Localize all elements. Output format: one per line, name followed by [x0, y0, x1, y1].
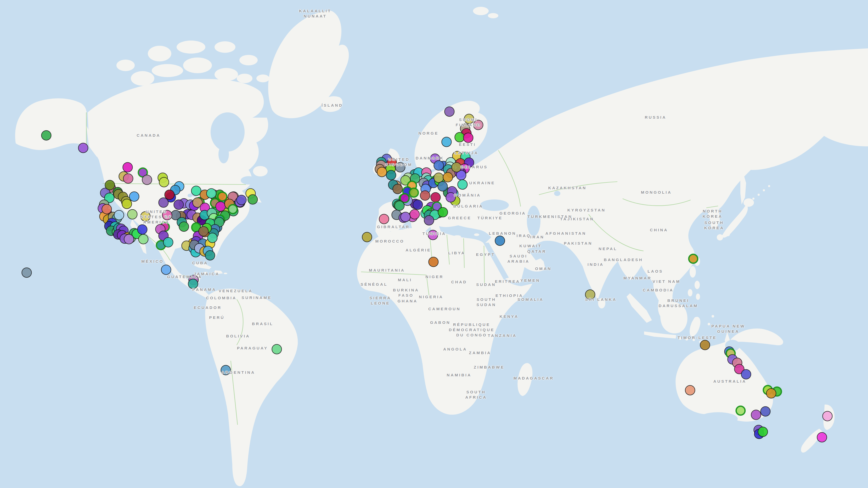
map-marker[interactable]	[817, 432, 827, 442]
map-marker[interactable]	[688, 254, 698, 264]
country-label: KALAALLIT NUNAAT	[299, 8, 332, 19]
map-marker[interactable]	[78, 143, 88, 153]
map-marker[interactable]	[424, 215, 434, 225]
country-label: ZAMBIA	[469, 350, 491, 356]
map-marker[interactable]	[272, 344, 282, 354]
map-marker[interactable]	[127, 209, 137, 219]
map-marker[interactable]	[400, 212, 410, 222]
map-marker[interactable]	[114, 210, 124, 220]
country-label: ECUADOR	[194, 305, 222, 310]
map-marker[interactable]	[495, 235, 505, 246]
map-marker[interactable]	[735, 405, 746, 416]
map-marker[interactable]	[585, 289, 595, 299]
map-marker[interactable]	[377, 167, 387, 177]
map-marker[interactable]	[22, 267, 32, 278]
map-marker[interactable]	[685, 385, 695, 395]
map-marker[interactable]	[142, 174, 152, 185]
map-marker[interactable]	[161, 264, 171, 275]
map-marker[interactable]	[122, 199, 132, 209]
country-label: LIBYA	[448, 251, 465, 256]
map-marker[interactable]	[140, 211, 150, 221]
map-marker[interactable]	[105, 180, 115, 190]
country-label: VIET NAM	[653, 279, 681, 284]
map-marker[interactable]	[443, 172, 453, 182]
map-marker[interactable]	[393, 184, 403, 194]
map-marker[interactable]	[205, 250, 215, 260]
map-marker[interactable]	[430, 192, 440, 202]
map-marker[interactable]	[445, 192, 456, 202]
map-marker[interactable]	[188, 279, 198, 289]
country-label: LEBANON	[489, 231, 516, 236]
map-marker[interactable]	[766, 388, 776, 398]
map-marker[interactable]	[420, 190, 430, 200]
country-label: JAMAICA	[194, 271, 219, 276]
map-marker[interactable]	[162, 210, 172, 220]
map-marker[interactable]	[700, 340, 710, 350]
country-label: SIERRA LEONE	[369, 295, 391, 306]
map-marker[interactable]	[428, 230, 438, 240]
map-marker[interactable]	[174, 199, 184, 209]
map-marker[interactable]	[428, 257, 438, 267]
map-marker[interactable]	[444, 106, 455, 117]
map-marker[interactable]	[123, 173, 133, 184]
map-marker[interactable]	[236, 195, 246, 205]
map-marker[interactable]	[760, 406, 770, 416]
map-marker[interactable]	[438, 207, 448, 217]
map-marker[interactable]	[741, 369, 751, 379]
country-label: NIGER	[425, 274, 444, 280]
map-marker[interactable]	[433, 160, 444, 170]
map-marker[interactable]	[751, 410, 761, 420]
map-marker[interactable]	[158, 197, 168, 207]
map-marker[interactable]	[441, 137, 452, 147]
country-label: PAKISTAN	[564, 241, 592, 246]
map-marker[interactable]	[394, 200, 404, 211]
map-marker[interactable]	[124, 234, 134, 244]
country-label: MALI	[398, 277, 412, 283]
map-marker[interactable]	[395, 162, 405, 172]
map-marker[interactable]	[129, 191, 139, 201]
country-label: AUSTRALIA	[713, 379, 746, 384]
map-marker[interactable]	[463, 132, 473, 143]
map-marker[interactable]	[412, 199, 423, 209]
country-label: UKRAINE	[469, 181, 495, 186]
map-marker[interactable]	[409, 209, 420, 219]
map-marker[interactable]	[822, 411, 832, 421]
map-marker[interactable]	[451, 162, 462, 172]
map-marker[interactable]	[464, 114, 474, 124]
world-map[interactable]: KALAALLIT NUNAATCANADARUSSIAÍSLANDNORGES…	[0, 0, 868, 488]
map-marker[interactable]	[179, 221, 189, 232]
map-marker[interactable]	[386, 170, 396, 180]
country-label: NAMIBIA	[447, 372, 472, 378]
map-marker[interactable]	[206, 188, 216, 198]
map-marker[interactable]	[198, 226, 209, 236]
map-marker[interactable]	[473, 120, 483, 130]
map-marker[interactable]	[159, 177, 169, 187]
map-marker[interactable]	[41, 130, 51, 140]
country-label: CUBA	[192, 260, 208, 266]
country-label: AFGHANISTAN	[546, 231, 587, 236]
country-borders	[86, 112, 718, 425]
map-marker[interactable]	[457, 179, 467, 190]
country-label: GHANA	[397, 298, 417, 304]
country-label: LAOS	[648, 269, 663, 274]
map-marker[interactable]	[163, 237, 173, 247]
map-marker[interactable]	[379, 214, 389, 224]
country-label: ANGOLA	[443, 347, 467, 352]
country-label: TÜRKIYE	[477, 216, 503, 221]
country-label: TAJIKISTAN	[560, 217, 594, 222]
country-label: SOMALIA	[518, 297, 544, 302]
country-label: NEPAL	[598, 246, 617, 252]
map-marker[interactable]	[137, 224, 147, 234]
country-label: MÉXICO	[141, 259, 164, 264]
map-marker[interactable]	[362, 232, 372, 242]
map-marker[interactable]	[437, 181, 447, 191]
map-marker[interactable]	[220, 365, 231, 375]
country-label: MYANMAR	[623, 275, 652, 281]
map-marker[interactable]	[247, 194, 258, 204]
map-marker[interactable]	[207, 233, 217, 243]
country-label: SOUTH SUDAN	[476, 297, 496, 307]
country-label: CAMEROUN	[428, 306, 461, 312]
map-marker[interactable]	[138, 234, 148, 244]
map-marker[interactable]	[122, 162, 133, 172]
map-marker[interactable]	[757, 427, 768, 437]
